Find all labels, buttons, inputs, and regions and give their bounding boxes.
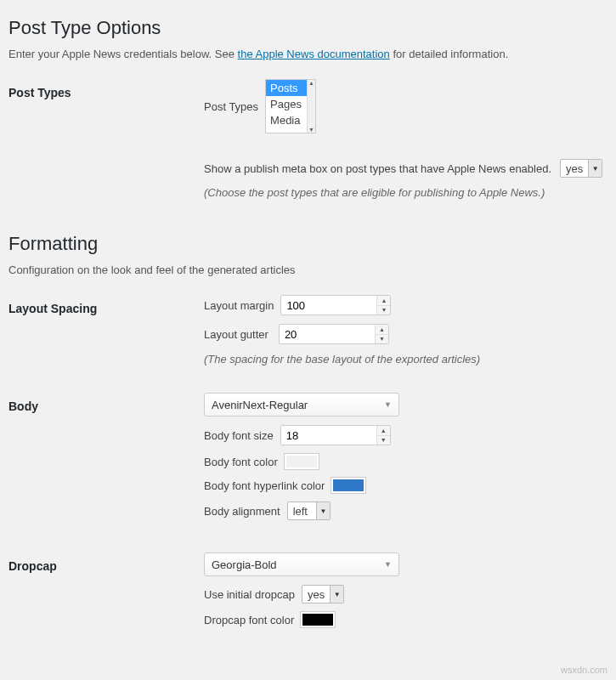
section-desc-formatting: Configuration on the look and feel of th…: [8, 264, 608, 276]
watermark: wsxdn.com: [561, 665, 608, 675]
apple-news-docs-link[interactable]: the Apple News documentation: [238, 48, 390, 60]
sublabel-dropcap-font-color: Dropcap font color: [204, 614, 294, 626]
meta-box-select[interactable]: yes ▼: [560, 159, 602, 178]
label-post-types: Post Types: [8, 79, 204, 99]
dropcap-font-color-swatch[interactable]: [301, 612, 335, 627]
label-layout-spacing: Layout Spacing: [8, 295, 204, 315]
row-dropcap: Dropcap Georgia-Bold ▼ Use initial dropc…: [8, 552, 608, 636]
body-font-size-input[interactable]: [280, 425, 391, 445]
spinner-down-icon[interactable]: ▼: [377, 436, 390, 445]
use-dropcap-select[interactable]: yes ▼: [302, 585, 344, 604]
section-desc-post-type-options: Enter your Apple News credentials below.…: [8, 48, 608, 60]
label-dropcap: Dropcap: [8, 552, 204, 573]
spinner-down-icon[interactable]: ▼: [376, 335, 388, 344]
row-body: Body AvenirNext-Regular ▼ Body font size…: [8, 393, 608, 529]
section-title-formatting: Formatting: [8, 233, 608, 255]
chevron-down-icon: ▼: [384, 560, 392, 569]
sublabel-post-types: Post Types: [204, 100, 258, 113]
dropcap-font-select[interactable]: Georgia-Bold ▼: [204, 552, 399, 576]
label-meta-box: Show a publish meta box on post types th…: [204, 162, 551, 175]
layout-gutter-input-wrapper: ▲ ▼: [279, 324, 389, 344]
spinner-up-icon[interactable]: ▲: [377, 426, 390, 436]
post-types-listbox[interactable]: Posts Pages Media ▲ ▼: [265, 79, 316, 133]
row-post-types: Post Types Post Types Posts Pages Media …: [8, 79, 608, 209]
sublabel-body-alignment: Body alignment: [204, 505, 280, 518]
spinner-up-icon[interactable]: ▲: [377, 296, 390, 306]
body-alignment-select[interactable]: left ▼: [287, 502, 331, 520]
scroll-up-icon[interactable]: ▲: [308, 80, 314, 86]
layout-gutter-input[interactable]: [279, 324, 389, 344]
chevron-down-icon: ▼: [316, 502, 330, 519]
scroll-down-icon[interactable]: ▼: [308, 127, 314, 133]
sublabel-layout-gutter: Layout gutter: [204, 328, 268, 341]
chevron-down-icon: ▼: [384, 400, 392, 409]
listbox-scrollbar[interactable]: ▲ ▼: [307, 80, 315, 133]
label-body: Body: [8, 393, 204, 413]
spinner-up-icon[interactable]: ▲: [376, 325, 388, 335]
helper-post-types: (Choose the post types that are eligible…: [204, 186, 608, 199]
helper-layout: (The spacing for the base layout of the …: [204, 353, 608, 366]
spinner-down-icon[interactable]: ▼: [377, 306, 390, 315]
chevron-down-icon: ▼: [588, 160, 602, 177]
layout-margin-input-wrapper: ▲ ▼: [280, 295, 391, 315]
body-font-size-input-wrapper: ▲ ▼: [280, 425, 391, 445]
sublabel-body-hyperlink-color: Body font hyperlink color: [204, 479, 325, 492]
section-title-post-type-options: Post Type Options: [8, 17, 608, 39]
body-hyperlink-color-swatch[interactable]: [331, 478, 365, 493]
chevron-down-icon: ▼: [330, 586, 343, 603]
layout-margin-input[interactable]: [280, 295, 391, 315]
body-font-select[interactable]: AvenirNext-Regular ▼: [204, 393, 399, 416]
sublabel-body-font-size: Body font size: [204, 429, 274, 442]
section-post-type-options: Post Type Options Enter your Apple News …: [8, 17, 608, 209]
section-formatting: Formatting Configuration on the look and…: [8, 233, 608, 636]
row-layout-spacing: Layout Spacing Layout margin ▲ ▼ Layout …: [8, 295, 608, 376]
sublabel-layout-margin: Layout margin: [204, 299, 274, 312]
sublabel-body-font-color: Body font color: [204, 456, 278, 468]
body-font-color-swatch[interactable]: [285, 454, 319, 469]
sublabel-use-dropcap: Use initial dropcap: [204, 588, 295, 601]
